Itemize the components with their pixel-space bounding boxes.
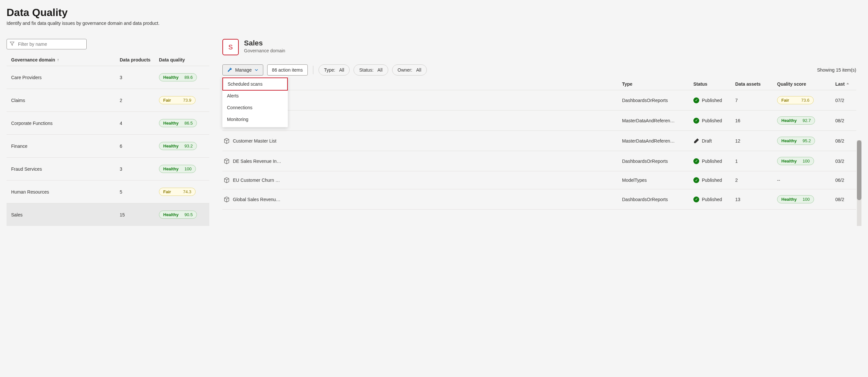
column-data-products[interactable]: Data products (120, 57, 159, 62)
domain-name: Fraud Services (11, 166, 120, 172)
column-governance-domain[interactable]: Governance domain ↑ (11, 57, 120, 62)
column-status[interactable]: Status (693, 82, 733, 87)
filter-status-chip[interactable]: Status: All (353, 64, 388, 75)
data-product-row[interactable]: EU Customer Churn …ModelTypes✓Published2… (222, 171, 856, 189)
cube-icon (224, 196, 229, 202)
product-assets-cell: 13 (735, 197, 774, 202)
domain-product-count: 6 (120, 144, 159, 149)
manage-menu-item[interactable]: Alerts (222, 90, 288, 102)
scrollbar-track[interactable] (857, 140, 862, 226)
product-assets-cell: 16 (735, 118, 774, 123)
detail-subtitle: Governance domain (244, 48, 285, 53)
domain-name: Finance (11, 144, 120, 149)
product-last-cell: 08/2 (835, 138, 855, 144)
scrollbar-thumb[interactable] (857, 140, 862, 200)
quality-pill: Fair73.9 (159, 96, 195, 104)
manage-button[interactable]: Manage (222, 64, 263, 75)
governance-domain-row[interactable]: Claims2Fair73.9 (6, 89, 209, 112)
cube-icon (224, 138, 229, 144)
governance-domain-row[interactable]: Sales15Healthy90.5 (6, 203, 209, 226)
sort-ascending-icon: ↑ (57, 58, 59, 62)
product-name-cell: DE Sales Revenue In… (224, 158, 619, 164)
draft-status-icon (693, 138, 699, 144)
domain-name: Sales (11, 212, 120, 217)
governance-domain-row[interactable]: Corporate Functions4Healthy86.5 (6, 112, 209, 135)
domain-name: Human Resources (11, 189, 120, 194)
published-status-icon: ✓ (693, 158, 699, 164)
product-name-cell: EU Customer Churn … (224, 177, 619, 183)
column-type[interactable]: Type (622, 82, 691, 87)
product-status-cell: ✓Published (693, 177, 733, 183)
quality-pill: Healthy100 (159, 165, 196, 173)
product-last-cell: 08/2 (835, 118, 855, 123)
manage-dropdown: Scheduled scansAlertsConnectionsMonitori… (222, 76, 288, 127)
chevron-down-icon (254, 68, 258, 72)
product-type-cell: DashboardsOrReports (622, 159, 691, 164)
quality-score-cell: -- (777, 178, 833, 183)
filter-icon (10, 41, 14, 47)
data-product-row[interactable]: MasterDataAndReferen…✓Published16Healthy… (222, 111, 856, 131)
domain-product-count: 3 (120, 166, 159, 172)
data-product-row[interactable]: Customer Master ListMasterDataAndReferen… (222, 131, 856, 151)
filter-by-name-input[interactable] (6, 39, 87, 50)
published-status-icon: ✓ (693, 118, 699, 124)
domain-product-count: 3 (120, 75, 159, 80)
quality-score-pill: Healthy100 (777, 157, 814, 165)
product-assets-cell: 12 (735, 138, 774, 144)
result-count: Showing 15 item(s) (817, 67, 856, 72)
product-status-cell: ✓Published (693, 196, 733, 202)
cube-icon (224, 177, 229, 183)
product-name-cell: Global Sales Revenu… (224, 196, 619, 202)
wrench-icon (227, 67, 232, 72)
product-type-cell: MasterDataAndReferen… (622, 118, 691, 123)
detail-title: Sales (244, 39, 285, 48)
product-name-cell: Customer Master List (224, 138, 619, 144)
product-type-cell: MasterDataAndReferen… (622, 138, 691, 144)
quality-pill: Healthy89.6 (159, 73, 197, 82)
data-product-row[interactable]: DashboardsOrReports✓Published7Fair73.607… (222, 90, 856, 111)
manage-menu-item[interactable]: Scheduled scans (222, 77, 288, 91)
data-product-row[interactable]: DE Sales Revenue In…DashboardsOrReports✓… (222, 151, 856, 171)
column-data-assets[interactable]: Data assets (735, 82, 774, 87)
governance-domain-row[interactable]: Human Resources5Fair74.3 (6, 181, 209, 203)
manage-menu-item[interactable]: Monitoring (222, 114, 288, 125)
domain-product-count: 15 (120, 212, 159, 217)
domain-name: Claims (11, 98, 120, 103)
action-items-button[interactable]: 86 action items (267, 64, 308, 75)
product-assets-cell: 2 (735, 178, 774, 183)
product-status-cell: ✓Published (693, 158, 733, 164)
sort-indicator-icon (846, 83, 849, 86)
filter-type-chip[interactable]: Type: All (318, 64, 350, 75)
column-data-quality[interactable]: Data quality (159, 57, 205, 62)
product-last-cell: 06/2 (835, 178, 855, 183)
page-title: Data Quality (6, 6, 862, 19)
quality-pill: Healthy86.5 (159, 119, 197, 127)
quality-score-pill: Healthy95.2 (777, 137, 815, 145)
governance-domain-row[interactable]: Finance6Healthy93.2 (6, 135, 209, 158)
quality-score-pill: Fair73.6 (777, 96, 814, 104)
product-status-cell: Draft (693, 138, 733, 144)
manage-menu-item[interactable]: Connections (222, 102, 288, 114)
domain-name: Care Providers (11, 75, 120, 80)
column-quality-score[interactable]: Quality score (777, 82, 833, 87)
toolbar-divider (313, 66, 313, 74)
column-last[interactable]: Last (835, 82, 855, 87)
cube-icon (224, 158, 229, 164)
product-last-cell: 08/2 (835, 197, 855, 202)
product-last-cell: 07/2 (835, 98, 855, 103)
domain-product-count: 4 (120, 121, 159, 126)
governance-domain-row[interactable]: Fraud Services3Healthy100 (6, 158, 209, 181)
data-product-row[interactable]: Global Sales Revenu…DashboardsOrReports✓… (222, 189, 856, 210)
domain-product-count: 5 (120, 189, 159, 194)
manage-label: Manage (235, 67, 252, 72)
published-status-icon: ✓ (693, 177, 699, 183)
domain-product-count: 2 (120, 98, 159, 103)
product-type-cell: DashboardsOrReports (622, 98, 691, 103)
filter-owner-chip[interactable]: Owner: All (392, 64, 427, 75)
quality-score-pill: Healthy92.7 (777, 117, 815, 125)
product-assets-cell: 7 (735, 98, 774, 103)
product-status-cell: ✓Published (693, 118, 733, 124)
product-last-cell: 03/2 (835, 159, 855, 164)
product-status-cell: ✓Published (693, 97, 733, 103)
governance-domain-row[interactable]: Care Providers3Healthy89.6 (6, 66, 209, 89)
